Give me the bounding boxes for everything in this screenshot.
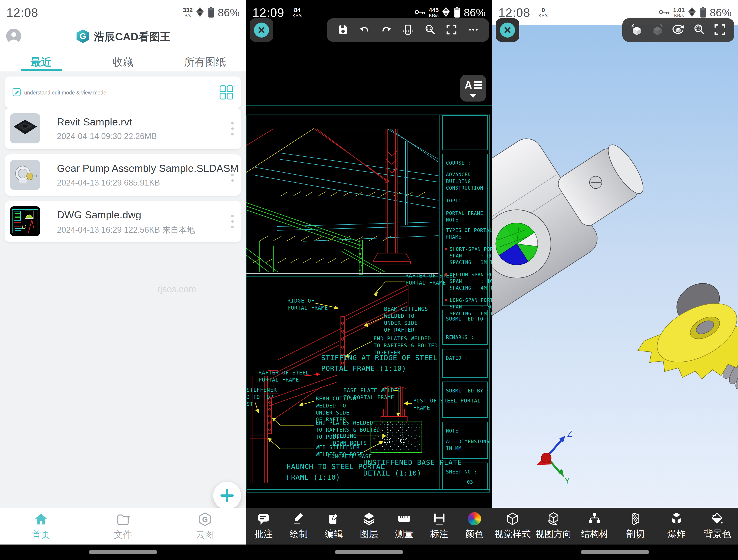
home-indicator[interactable] (335, 550, 403, 554)
battery-percent: 86% (710, 6, 732, 19)
dated-label: DATED : (446, 355, 484, 362)
red-bullet (445, 273, 447, 276)
ruler-icon (397, 512, 411, 525)
axis-y-label: Y (565, 476, 570, 485)
titleblock-sheetno-box: SHEET NO : 03 (442, 463, 488, 489)
zoom-select-button[interactable] (693, 23, 705, 37)
app-logo-icon: G (76, 29, 90, 44)
tab-bar: 最近 收藏 所有图纸 (0, 53, 246, 71)
view-undo-button[interactable] (631, 23, 643, 37)
svg-text:G: G (202, 515, 208, 524)
titleblock-note-box: NOTE : ALL DIMENSIONS ARE IN MM (442, 422, 488, 459)
network-speed: 332 B/s (183, 7, 193, 18)
key-icon (659, 8, 670, 17)
titleblock-empty-box (442, 115, 488, 150)
tool-layers[interactable]: 图层 (351, 508, 387, 545)
topic-label: TOPIC : (446, 197, 484, 204)
tool-edit[interactable]: 编辑 (316, 508, 351, 545)
close-viewer-button[interactable] (496, 18, 519, 42)
network-speed-2: 1.01 KB/s (673, 7, 685, 18)
remarks-label: REMARKS : (446, 334, 484, 341)
battery-icon (207, 6, 215, 19)
battery-icon (699, 6, 707, 19)
tool-explode[interactable]: 爆炸 (656, 508, 697, 545)
viewer-toolbar (622, 18, 734, 42)
signal-icon (196, 7, 205, 18)
reset-view-button[interactable] (672, 23, 685, 37)
3d-model-viewport[interactable]: Z Y (492, 25, 738, 508)
file-meta: 2024-04-14 09:30 22.26MB (57, 131, 157, 141)
tool-measure[interactable]: 测量 (387, 508, 422, 545)
system-bar (492, 545, 738, 560)
active-tab-indicator (21, 69, 62, 71)
dimension-icon (433, 512, 446, 525)
nav-cloud[interactable]: G 云图 (164, 508, 246, 545)
app-title: 浩辰CAD看图王 (94, 30, 170, 44)
bottom-nav: 首页 文件 G 云图 (0, 508, 246, 545)
visual-style-icon (506, 512, 519, 525)
tool-section-cut[interactable]: 剖切 (615, 508, 656, 545)
status-bar-left: 12:08 332 B/s 86% (0, 0, 246, 25)
nav-home[interactable]: 首页 (0, 508, 82, 545)
titleblock-main-box: COURSE : ADVANCED BUILDING CONSTRUCTION … (442, 154, 488, 306)
battery-percent: 86% (218, 6, 240, 19)
file-meta: 2024-04-13 16:29 122.56KB 来自本地 (57, 224, 195, 235)
file-menu-button[interactable] (231, 215, 234, 228)
view-direction-icon (547, 512, 560, 525)
detail-title-ridge: STIFFING AT RIDGE OF STEEL PORTAL FRAME … (321, 353, 437, 374)
file-menu-button[interactable] (231, 168, 234, 182)
add-file-button[interactable] (213, 482, 241, 509)
clock: 12:08 (6, 5, 38, 20)
tool-annotate[interactable]: 批注 (246, 508, 281, 545)
plus-icon (221, 489, 234, 502)
promo-banner[interactable]: understand edit mode & view mode (5, 76, 242, 109)
view-redo-button[interactable] (652, 23, 664, 37)
file-row-revit[interactable]: Revit Sample.rvt 2024-04-14 09:30 22.26M… (5, 108, 242, 149)
explode-icon (670, 512, 683, 525)
svg-text:G: G (80, 32, 86, 41)
file-name: Revit Sample.rvt (57, 116, 132, 128)
file-name: DWG Sample.dwg (57, 209, 141, 221)
callout-rafter-bottom: RAFTER OF STEEL PORTAL FRAME (259, 369, 309, 383)
fullscreen-button[interactable] (714, 23, 726, 37)
watermark: rjsos.com (157, 284, 196, 294)
tool-visual-style[interactable]: 视觉样式 (492, 508, 533, 545)
tab-favorites[interactable]: 收藏 (82, 53, 164, 71)
note-sub: TYPES OF PORTAL FRAME : (446, 227, 484, 240)
nav-files[interactable]: 文件 (82, 508, 164, 545)
tool-draw[interactable]: 绘制 (281, 508, 316, 545)
tool-structure-tree[interactable]: 结构树 (574, 508, 615, 545)
tool-dimension[interactable]: 标注 (422, 508, 457, 545)
titleblock-submitted-to-box: SUBMITTED TO : REMARKS : (442, 310, 488, 345)
note2-value: ALL DIMENSIONS ARE IN MM (446, 439, 484, 452)
model-bottom-toolbar: 视觉样式 视图方向 结构树 剖切 爆炸 背景色 (492, 508, 738, 545)
home-icon (34, 512, 48, 527)
axis-z-label: Z (567, 429, 572, 439)
file-row-dwg[interactable]: DWG Sample.dwg 2024-04-13 16:29 122.56KB… (5, 201, 242, 242)
system-bar (246, 545, 492, 560)
sheetno-value: 03 (446, 479, 484, 486)
tool-color[interactable]: 颜色 (457, 508, 492, 545)
screen-dwg-viewer: 12:09 84 KB/s 445 KB/s 86% (246, 0, 492, 560)
gearpump-thumbnail (10, 160, 40, 190)
home-indicator[interactable] (581, 550, 649, 554)
close-icon (500, 23, 515, 38)
file-menu-button[interactable] (231, 122, 234, 135)
dwg-bottom-toolbar: 批注 绘制 编辑 图层 测量 标注 颜色 (246, 508, 492, 545)
titleblock-submitted-by-box: SUBMITTED BY : (442, 382, 488, 418)
network-speed: 0 KB/s (538, 7, 548, 18)
grid-view-icon[interactable] (219, 85, 234, 100)
tool-view-direction[interactable]: 视图方向 (533, 508, 574, 545)
tool-background-color[interactable]: 背景色 (697, 508, 738, 545)
red-bullet (445, 299, 447, 301)
tab-all-drawings[interactable]: 所有图纸 (164, 53, 246, 71)
file-row-gearpump[interactable]: Gear Pump Assembly Sample.SLDASM 2024-04… (5, 154, 242, 196)
tab-recent[interactable]: 最近 (0, 53, 82, 71)
home-indicator[interactable] (89, 550, 157, 554)
signal-icon (687, 7, 697, 18)
callout-beam-cuttings: BEAM CUTTINGS WELDED TO UNDER SIDE OF RA… (384, 306, 428, 334)
submitted-to-label: SUBMITTED TO : (446, 316, 484, 322)
course-value: ADVANCED BUILDING CONSTRUCTION - I (446, 171, 484, 191)
comment-icon (257, 512, 270, 525)
structure-tree-icon (588, 512, 601, 525)
